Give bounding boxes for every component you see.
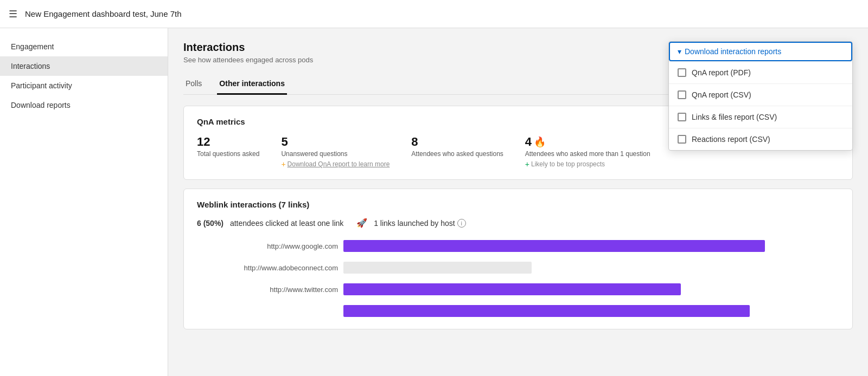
flame-icon: 🔥 <box>534 136 546 148</box>
weblink-stat-attendees-value: 6 (50%) <box>197 219 224 228</box>
chart-bar-container-0 <box>343 239 839 253</box>
plus-icon-green: + <box>525 160 529 168</box>
chart-bar-2 <box>343 283 681 295</box>
metric-top-prospects: 4 🔥 Attendees who asked more than 1 ques… <box>525 135 650 168</box>
weblink-stats-row: 6 (50%) attendees clicked at least one l… <box>197 218 839 228</box>
checkbox-reactions-csv[interactable] <box>678 135 686 144</box>
chart-bar-0 <box>343 240 765 252</box>
weblink-section: Weblink interactions (7 links) 6 (50%) a… <box>183 189 853 329</box>
metric-label-attendees: Attendees who asked questions <box>411 150 503 158</box>
main-content: Interactions See how attendees engaged a… <box>168 28 868 376</box>
weblink-stat-launched-text: 1 links launched by host <box>374 219 455 228</box>
top-bar-title: New Engagement dashboard test, June 7th <box>25 9 182 18</box>
dropdown-item-links-csv[interactable]: Links & files report (CSV) <box>669 106 852 128</box>
chart-label-0: http://www.google.com <box>208 242 338 250</box>
dropdown-item-qna-pdf[interactable]: QnA report (PDF) <box>669 61 852 83</box>
dropdown-item-reactions-csv[interactable]: Reactions report (CSV) <box>669 128 852 150</box>
checkbox-links-csv[interactable] <box>678 113 686 121</box>
page-subtitle: See how attendees engaged across pods <box>183 56 313 64</box>
metric-attendees-asked: 8 Attendees who asked questions <box>411 135 503 158</box>
chart-row-0: http://www.google.com <box>208 239 839 253</box>
chevron-down-icon: ▾ <box>678 47 681 56</box>
metric-value-total: 12 <box>197 135 259 149</box>
metric-link-text-unanswered[interactable]: Download QnA report to learn more <box>288 160 390 168</box>
dropdown-label-reactions-csv: Reactions report (CSV) <box>692 135 770 144</box>
chart-label-1: http://www.adobeconnect.com <box>208 264 338 272</box>
main-header: Interactions See how attendees engaged a… <box>183 41 853 64</box>
metric-value-unanswered: 5 <box>281 135 390 149</box>
top-bar: ☰ New Engagement dashboard test, June 7t… <box>0 0 868 28</box>
chart-row-1: http://www.adobeconnect.com <box>208 261 839 275</box>
chart-label-2: http://www.twitter.com <box>208 286 338 294</box>
download-btn[interactable]: ▾ Download interaction reports <box>669 42 852 61</box>
checkbox-qna-csv[interactable] <box>678 90 686 99</box>
metric-label-total: Total questions asked <box>197 150 259 158</box>
layout: Engagement Interactions Participant acti… <box>0 28 868 376</box>
weblink-stat-attendees-label: attendees clicked at least one link <box>230 219 343 228</box>
chart-bar-container-3 <box>343 304 839 318</box>
dropdown-label-qna-csv: QnA report (CSV) <box>692 90 751 99</box>
checkbox-qna-pdf[interactable] <box>678 68 686 77</box>
sidebar-item-interactions[interactable]: Interactions <box>0 56 168 76</box>
chart-bar-container-2 <box>343 282 839 296</box>
page-title: Interactions <box>183 41 313 54</box>
sidebar-item-engagement[interactable]: Engagement <box>0 37 168 56</box>
chart-area: http://www.google.com http://www.adobeco… <box>197 239 839 318</box>
info-icon[interactable]: i <box>457 219 466 228</box>
tab-polls[interactable]: Polls <box>183 75 204 95</box>
chart-bar-1 <box>343 262 532 274</box>
weblink-stat-attendees: 6 (50%) attendees clicked at least one l… <box>197 219 343 228</box>
plus-icon-orange: + <box>281 160 285 168</box>
metric-total-questions: 12 Total questions asked <box>197 135 259 158</box>
chart-row-2: http://www.twitter.com <box>208 282 839 296</box>
metric-link-prospects: + Likely to be top prospects <box>525 160 650 168</box>
dropdown-label-links-csv: Links & files report (CSV) <box>692 113 777 121</box>
rocket-icon: 🚀 <box>356 218 367 228</box>
metric-number-prospects: 4 <box>525 135 532 149</box>
metric-label-prospects: Attendees who asked more than 1 question <box>525 150 650 158</box>
sidebar: Engagement Interactions Participant acti… <box>0 28 168 376</box>
metric-label-unanswered: Unanswered questions <box>281 150 390 158</box>
metric-link-unanswered[interactable]: + Download QnA report to learn more <box>281 160 390 168</box>
chart-bar-3 <box>343 305 750 317</box>
dropdown-item-qna-csv[interactable]: QnA report (CSV) <box>669 83 852 106</box>
chart-row-3 <box>208 304 839 318</box>
tab-other-interactions[interactable]: Other interactions <box>217 75 287 95</box>
metric-value-attendees: 8 <box>411 135 503 149</box>
metric-value-prospects: 4 🔥 <box>525 135 650 149</box>
metric-unanswered: 5 Unanswered questions + Download QnA re… <box>281 135 390 168</box>
download-btn-label: Download interaction reports <box>685 47 781 56</box>
weblink-stat-launched: 🚀 1 links launched by host i <box>356 218 465 228</box>
chart-bar-container-1 <box>343 261 839 275</box>
download-dropdown: ▾ Download interaction reports QnA repor… <box>668 41 853 151</box>
dropdown-label-qna-pdf: QnA report (PDF) <box>692 68 751 77</box>
metric-link-text-prospects: Likely to be top prospects <box>531 160 605 168</box>
weblink-section-title: Weblink interactions (7 links) <box>197 200 839 209</box>
sidebar-item-participant-activity[interactable]: Participant activity <box>0 76 168 95</box>
hamburger-icon[interactable]: ☰ <box>9 8 17 20</box>
main-header-left: Interactions See how attendees engaged a… <box>183 41 313 64</box>
sidebar-item-download-reports[interactable]: Download reports <box>0 95 168 115</box>
